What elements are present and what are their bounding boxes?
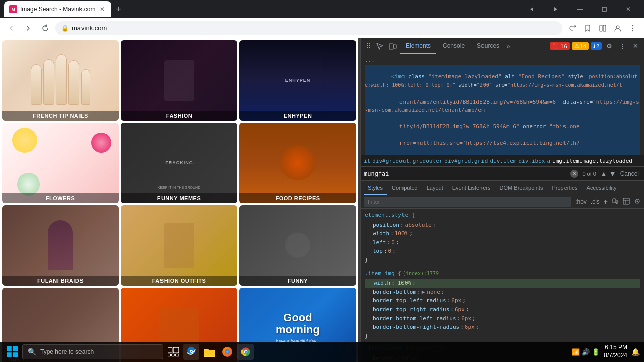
color-picker-icon[interactable] xyxy=(634,198,641,206)
tab-sources[interactable]: Sources xyxy=(472,38,504,54)
devtools-search-input[interactable] xyxy=(364,170,568,177)
svg-point-6 xyxy=(632,30,633,31)
subtab-layout[interactable]: Layout xyxy=(423,181,447,195)
minimize-button[interactable]: — xyxy=(569,0,592,18)
maximize-button[interactable] xyxy=(593,0,616,18)
split-view-icon[interactable] xyxy=(596,21,610,35)
profile-icon[interactable] xyxy=(611,21,625,35)
taskbar-explorer-button[interactable] xyxy=(201,344,217,360)
tab-console[interactable]: Console xyxy=(438,38,470,54)
devtools-more-options[interactable]: ⋮ xyxy=(617,41,628,52)
breadcrumb-item-gridout[interactable]: div#gridout.gridouter xyxy=(372,158,442,164)
breadcrumb-item-img[interactable]: img.itemimage.lazyloaded xyxy=(552,158,632,164)
active-tab[interactable]: M Image Search - Mavink.com ✕ xyxy=(4,1,111,17)
taskbar-right-area: 📶 🔊 🔋 6:15 PM 8/7/2024 🔔 xyxy=(572,344,640,359)
class-toggle-icon[interactable]: .cls xyxy=(591,198,600,205)
device-mode-button[interactable] xyxy=(387,41,398,52)
devtools-search-bar: ✕ 0 of 0 ▲ ▼ Cancel xyxy=(361,167,644,181)
styles-filter-input[interactable] xyxy=(364,197,571,207)
breadcrumb-item-a[interactable]: a xyxy=(547,158,550,164)
scroll-tabs-left[interactable] xyxy=(520,0,543,18)
layout-icon[interactable] xyxy=(623,198,630,206)
reload-button[interactable] xyxy=(38,21,52,35)
grid-item-label: Funny xyxy=(239,276,356,286)
breadcrumb-item-ibox[interactable]: div.ibox xyxy=(518,158,545,164)
omnibox[interactable]: 🔒 mavink.com xyxy=(55,21,562,35)
scroll-tabs-right[interactable] xyxy=(544,0,568,18)
task-view-button[interactable] xyxy=(165,344,181,360)
html-panel: ... <img class="itemimage lazyloaded" al… xyxy=(361,54,644,155)
close-window-button[interactable]: ✕ xyxy=(617,0,640,18)
list-item[interactable]: Food Recipes xyxy=(239,123,356,203)
search-cancel-button[interactable]: Cancel xyxy=(618,170,641,177)
list-item[interactable]: French Tip Nails xyxy=(2,40,119,121)
devtools-toolbar: ⠿ Elements Console Sources » 🚫 16 ⚠ 14 xyxy=(361,38,644,54)
subtab-event-listeners[interactable]: Event Listeners xyxy=(448,181,495,195)
error-badge[interactable]: 🚫 16 xyxy=(550,42,569,50)
list-item[interactable]: Fulani Braids xyxy=(2,205,119,286)
subtab-properties[interactable]: Properties xyxy=(548,181,581,195)
subtab-accessibility[interactable]: Accessibility xyxy=(583,181,621,195)
subtab-styles[interactable]: Styles xyxy=(364,181,387,195)
new-tab-button[interactable]: + xyxy=(111,2,125,16)
more-options-icon[interactable] xyxy=(626,21,640,35)
grid-item-label: Funny Memes xyxy=(121,193,237,203)
paint-icon[interactable] xyxy=(612,198,619,206)
add-style-rule-icon[interactable]: + xyxy=(604,198,608,206)
tab-elements[interactable]: Elements xyxy=(400,38,436,54)
taskbar-firefox-button[interactable] xyxy=(219,344,235,360)
list-item[interactable]: ENHYPEN Enhypen xyxy=(239,40,356,121)
subtab-dom-breakpoints[interactable]: DOM Breakpoints xyxy=(496,181,547,195)
pseudo-class-icon[interactable]: :hov xyxy=(575,198,587,205)
css-prop-line: border-top-right-radius : 6px ; xyxy=(365,305,640,314)
devtools-drag-handle[interactable]: ⠿ xyxy=(364,42,372,50)
taskbar-search-box[interactable]: 🔍 Type here to search xyxy=(22,344,163,359)
back-button[interactable] xyxy=(4,21,18,35)
breadcrumb-item-item[interactable]: div.item xyxy=(490,158,516,164)
subtab-computed[interactable]: Computed xyxy=(388,181,422,195)
info-badge[interactable]: ℹ 2 xyxy=(591,42,602,50)
svg-rect-0 xyxy=(602,7,606,11)
breadcrumb-item-grid[interactable]: div#grid.grid xyxy=(444,158,488,164)
css-prop-line: border-bottom : ▶ none ; xyxy=(365,288,640,297)
list-item[interactable]: Fashion Outfits xyxy=(121,205,237,286)
battery-icon[interactable]: 🔋 xyxy=(592,348,600,356)
warn-badge[interactable]: ⚠ 14 xyxy=(572,42,589,50)
css-panel: element.style { position : absolute ; wi… xyxy=(361,209,644,362)
bookmark-icon[interactable] xyxy=(581,21,595,35)
breadcrumb-item-it[interactable]: it xyxy=(364,158,370,164)
close-devtools-button[interactable]: ✕ xyxy=(630,41,641,52)
css-prop-line: top : 0 ; xyxy=(365,247,640,256)
list-item[interactable]: Funny xyxy=(239,205,356,286)
svg-point-12 xyxy=(637,200,638,202)
wifi-icon[interactable]: 📶 xyxy=(572,348,580,356)
svg-rect-1 xyxy=(600,25,602,31)
address-bar: 🔒 mavink.com xyxy=(0,18,644,38)
tab-close-button[interactable]: ✕ xyxy=(98,5,106,13)
search-prev-button[interactable]: ▲ xyxy=(600,170,607,178)
search-clear-button[interactable]: ✕ xyxy=(570,170,578,178)
list-item[interactable]: Fashion xyxy=(121,40,237,121)
taskbar-clock[interactable]: 6:15 PM 8/7/2024 xyxy=(604,344,627,359)
svg-rect-7 xyxy=(389,44,393,49)
settings-icon[interactable]: ⚙ xyxy=(604,41,615,52)
start-button[interactable] xyxy=(4,344,20,360)
taskbar-edge-button[interactable] xyxy=(183,344,199,360)
css-prop-line: width : 100% ; xyxy=(365,229,640,238)
notification-button[interactable]: 🔔 xyxy=(631,348,640,356)
search-next-button[interactable]: ▼ xyxy=(609,170,616,178)
html-selected-line[interactable]: <img class="itemimage lazyloaded" alt="F… xyxy=(365,65,640,155)
taskbar-system-icons: 📶 🔊 🔋 xyxy=(572,348,600,356)
css-prop-line: border-bottom-right-radius : 6px ; xyxy=(365,323,640,332)
devtools-panel: ⠿ Elements Console Sources » 🚫 16 ⚠ 14 xyxy=(360,38,644,362)
more-tabs-button[interactable]: » xyxy=(506,42,510,50)
list-item[interactable]: Flowers xyxy=(2,123,119,203)
share-icon[interactable] xyxy=(566,21,580,35)
inspect-element-button[interactable] xyxy=(374,41,385,52)
forward-button[interactable] xyxy=(21,21,35,35)
list-item[interactable]: FRACKING KEEP IT IN THE GROUND Funny Mem… xyxy=(121,123,237,203)
volume-icon[interactable]: 🔊 xyxy=(582,348,590,356)
svg-rect-20 xyxy=(172,354,175,356)
taskbar-chrome-button[interactable] xyxy=(237,344,254,360)
taskbar-time-display: 6:15 PM xyxy=(604,344,627,352)
